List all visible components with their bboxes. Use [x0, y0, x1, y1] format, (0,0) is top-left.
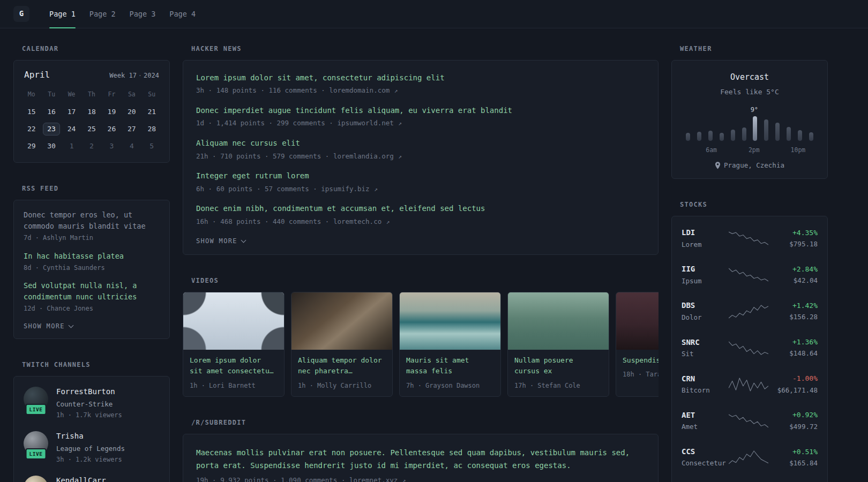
calendar-day-next-month: 3	[103, 140, 120, 153]
calendar-day: 28	[143, 123, 160, 135]
video-title-link[interactable]: Nullam posuere cursus ex	[514, 355, 602, 376]
external-link-icon: ↗	[394, 87, 398, 94]
calendar-section-title: CALENDAR	[22, 44, 170, 54]
channel-name: KendallCarr	[56, 476, 106, 482]
twitch-channel-link[interactable]: KendallCarr	[24, 476, 160, 482]
tab-page-2[interactable]: Page 2	[83, 0, 123, 28]
stock-row-link[interactable]: DBS Dolor +1.42% $156.28	[682, 293, 818, 329]
stock-id: DBS Dolor	[682, 300, 729, 322]
video-card-link[interactable]: Lorem ipsum dolor sit amet consectetu… 1…	[183, 292, 285, 397]
day-header: Fr	[102, 90, 122, 99]
subreddit-meta-text: 19h · 9,932 points · 1,090 comments ·	[196, 476, 345, 482]
stock-row-link[interactable]: IIG Ipsum +2.84% $42.04	[682, 257, 818, 293]
stock-name: Ipsum	[682, 276, 729, 286]
calendar-day: 17	[63, 106, 80, 118]
twitch-channel-link[interactable]: LIVE ForrestBurton Counter-Strike 1h · 1…	[24, 387, 160, 420]
channel-name: Trisha	[56, 431, 125, 442]
stock-row-link[interactable]: AET Amet +0.92% $499.72	[682, 403, 818, 439]
videos-section-title: VIDEOS	[191, 276, 659, 285]
hn-domain: ipsumworld.net	[337, 119, 393, 127]
stock-row-link[interactable]: CCS Consectetur +0.51% $165.84	[682, 439, 818, 476]
weather-section-title: WEATHER	[680, 44, 828, 54]
video-title-link[interactable]: Suspendisse diam	[623, 355, 659, 366]
calendar-day: 27	[123, 123, 140, 135]
stock-row-link[interactable]: CRN Bitcorn -1.00% $66,171.48	[682, 366, 818, 403]
live-badge: LIVE	[26, 448, 47, 460]
channel-meta: 1h · 1.7k viewers	[56, 411, 122, 420]
external-link-icon: ↗	[398, 120, 402, 127]
hn-domain-link[interactable]: ipsumworld.net ↗	[337, 119, 402, 127]
video-title-link[interactable]: Aliquam tempor dolor nec pharetra…	[298, 355, 386, 376]
weather-peak-temp: 9°	[751, 106, 758, 115]
video-meta: 1h · Lori Barnett	[190, 381, 278, 390]
rss-show-more-button[interactable]: SHOW MORE	[24, 322, 73, 330]
chevron-down-icon	[68, 322, 73, 328]
day-header: Sa	[122, 90, 141, 99]
hn-item-link[interactable]: Integer eget rutrum lorem	[196, 171, 309, 180]
channel-avatar	[24, 476, 48, 482]
stocks-section-title: STOCKS	[680, 200, 828, 209]
calendar-day: 16	[43, 106, 60, 118]
stock-sparkline	[729, 340, 768, 356]
subreddit-post-link[interactable]: Maecenas mollis pulvinar erat non posuer…	[196, 447, 645, 472]
video-card-link[interactable]: Nullam posuere cursus ex 17h · Stefan Co…	[507, 292, 609, 397]
channel-info: ForrestBurton Counter-Strike 1h · 1.7k v…	[56, 387, 122, 420]
hn-item-link[interactable]: Lorem ipsum dolor sit amet, consectetur …	[196, 73, 445, 82]
rss-item: Sed volutpat nulla nisl, a condimentum n…	[24, 280, 160, 313]
rss-item-link[interactable]: Donec tempor eros leo, ut commodo mauris…	[24, 209, 160, 232]
hn-domain-link[interactable]: loremdomain.com ↗	[329, 86, 398, 94]
subreddit-domain-link[interactable]: loremnet.xyz ↗	[349, 476, 406, 482]
stock-id: CCS Consectetur	[682, 447, 729, 468]
video-thumbnail	[508, 292, 609, 350]
stock-values: +1.36% $148.64	[789, 337, 818, 358]
rss-item-meta: 7d · Ashlyn Martin	[24, 234, 160, 243]
right-column: WEATHER Overcast Feels like 5°C 9° 6am 2…	[671, 44, 828, 482]
stock-name: Bitcorn	[682, 386, 729, 395]
rss-item: Donec tempor eros leo, ut commodo mauris…	[24, 209, 160, 243]
hn-item: Aliquam nec cursus elit 21h · 710 points…	[196, 138, 645, 161]
tab-page-3[interactable]: Page 3	[123, 0, 163, 28]
calendar-week-info: Week 17·2024	[109, 71, 159, 80]
rss-item-link[interactable]: Sed volutpat nulla nisl, a condimentum n…	[24, 280, 160, 303]
video-card-link[interactable]: Aliquam tempor dolor nec pharetra… 1h · …	[291, 292, 393, 397]
stock-change: +4.35%	[789, 228, 818, 238]
stock-row-link[interactable]: AHS +0.46%	[682, 476, 818, 482]
stock-row-link[interactable]: SNRC Sit +1.36% $148.64	[682, 330, 818, 366]
stock-change: +0.51%	[789, 447, 818, 457]
middle-column: HACKER NEWS Lorem ipsum dolor sit amet, …	[183, 44, 659, 482]
twitch-widget: TWITCH CHANNELS LIVE ForrestBurton Count…	[13, 360, 170, 482]
video-card-link[interactable]: Suspendisse diam 18h · Tara	[616, 292, 659, 397]
stock-sparkline	[729, 267, 768, 283]
video-thumbnail	[400, 292, 500, 350]
stock-price: $42.04	[792, 276, 818, 285]
video-card-link[interactable]: Mauris sit amet massa felis 7h · Grayson…	[399, 292, 501, 397]
stock-price: $795.18	[789, 239, 818, 249]
calendar-day-next-month: 1	[63, 140, 80, 153]
rss-item-meta: 12d · Chance Jones	[24, 304, 160, 313]
hn-domain-link[interactable]: ipsumify.biz ↗	[321, 185, 377, 193]
hn-item-link[interactable]: Donec imperdiet augue tincidunt felis al…	[196, 106, 512, 115]
calendar-day-next-month: 4	[123, 140, 140, 153]
stock-symbol: AET	[682, 410, 729, 421]
stock-symbol: SNRC	[682, 337, 729, 348]
hn-domain-link[interactable]: loremtech.co ↗	[333, 217, 390, 225]
video-title-link[interactable]: Mauris sit amet massa felis	[406, 355, 494, 376]
day-header: Tu	[41, 90, 61, 99]
hn-domain-link[interactable]: loremlandia.org ↗	[333, 152, 402, 160]
hn-item-meta: 1d · 1,414 points · 299 comments · ipsum…	[196, 118, 645, 128]
hn-item-link[interactable]: Donec enim nibh, condimentum et accumsan…	[196, 204, 485, 213]
topbar: G Page 1 Page 2 Page 3 Page 4	[0, 0, 868, 28]
hn-item-link[interactable]: Aliquam nec cursus elit	[196, 139, 300, 147]
twitch-channel-link[interactable]: LIVE Trisha League of Legends 3h · 1.2k …	[24, 431, 160, 464]
video-title-link[interactable]: Lorem ipsum dolor sit amet consectetu…	[190, 355, 278, 376]
rss-item-link[interactable]: In hac habitasse platea	[24, 251, 160, 262]
calendar-day: 18	[83, 106, 100, 118]
video-body: Suspendisse diam 18h · Tara	[616, 350, 659, 386]
hackernews-show-more-button[interactable]: SHOW MORE	[196, 237, 245, 245]
stock-change: +1.42%	[789, 301, 818, 311]
tab-page-1[interactable]: Page 1	[42, 0, 83, 28]
stock-row-link[interactable]: LDI Lorem +4.35% $795.18	[682, 220, 818, 257]
stock-name: Consectetur	[682, 458, 729, 468]
left-column: CALENDAR April Week 17·2024 Mo Tu We Th …	[13, 44, 170, 482]
tab-page-4[interactable]: Page 4	[162, 0, 203, 28]
